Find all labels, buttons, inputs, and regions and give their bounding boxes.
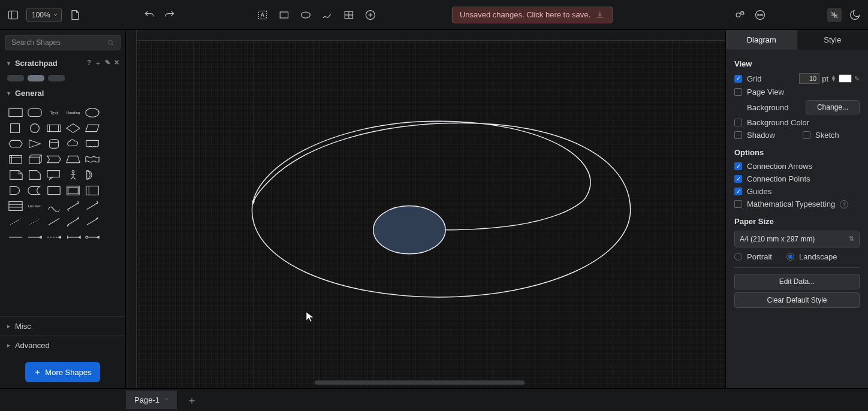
landscape-radio[interactable]: [786, 253, 794, 261]
bg-color-checkbox[interactable]: [734, 119, 742, 126]
shape-text[interactable]: Text: [46, 106, 62, 119]
shape-link1[interactable]: [26, 231, 43, 244]
scratchpad-close-icon[interactable]: ✕: [114, 59, 119, 68]
conn-arrows-checkbox[interactable]: [734, 162, 742, 170]
shape-blank2[interactable]: [103, 122, 120, 135]
scratchpad-header[interactable]: ▼ Scratchpad ? ＋ ✎ ✕: [0, 55, 125, 71]
shape-vertical-container[interactable]: [84, 184, 101, 197]
shape-data-storage[interactable]: [26, 184, 43, 197]
shape-square[interactable]: [7, 122, 24, 135]
scratchpad-item[interactable]: [48, 75, 65, 81]
add-tool-icon[interactable]: [363, 8, 378, 22]
shape-cylinder[interactable]: [46, 137, 62, 150]
shape-tape[interactable]: [84, 153, 101, 166]
shape-rounded-rect[interactable]: [26, 106, 43, 119]
shape-internal-storage[interactable]: [7, 153, 24, 166]
ellipse-shape[interactable]: [373, 206, 445, 254]
shape-step[interactable]: [46, 153, 62, 166]
save-banner[interactable]: Unsaved changes. Click here to save.: [452, 7, 613, 23]
shape-trapezoid[interactable]: [65, 153, 82, 166]
canvas[interactable]: [126, 30, 725, 388]
dark-mode-icon[interactable]: [848, 8, 862, 22]
shape-document[interactable]: [84, 137, 101, 150]
grid-checkbox[interactable]: [734, 75, 742, 83]
new-document-icon[interactable]: [68, 8, 82, 22]
shape-hexagon[interactable]: [7, 137, 24, 150]
shape-diamond[interactable]: [65, 122, 82, 135]
scratchpad-edit-icon[interactable]: ✎: [105, 59, 110, 68]
scratchpad-help-icon[interactable]: ?: [87, 59, 91, 68]
grid-color-edit-icon[interactable]: ✎: [854, 75, 860, 83]
zoom-select[interactable]: 100%: [26, 8, 62, 22]
shape-card[interactable]: [26, 168, 43, 182]
conn-points-checkbox[interactable]: [734, 175, 742, 183]
shape-simple-line[interactable]: [7, 231, 24, 244]
shape-dotted-line[interactable]: [26, 215, 43, 228]
shape-curve[interactable]: [46, 200, 62, 213]
sidebar-toggle-icon[interactable]: [6, 8, 20, 22]
shape-parallelogram[interactable]: [84, 122, 101, 135]
math-checkbox[interactable]: [734, 200, 742, 208]
redo-icon[interactable]: [162, 8, 177, 22]
change-background-button[interactable]: Change...: [806, 100, 860, 114]
freehand-tool-icon[interactable]: [320, 8, 334, 22]
shape-circle[interactable]: [26, 122, 43, 135]
shadow-checkbox[interactable]: [734, 131, 742, 139]
shape-blank9[interactable]: [103, 231, 120, 244]
shape-container2[interactable]: [65, 184, 82, 197]
grid-size-input[interactable]: [799, 73, 819, 84]
scratchpad-add-icon[interactable]: ＋: [95, 59, 101, 68]
shape-callout[interactable]: [46, 168, 62, 182]
misc-section[interactable]: ▼Misc: [0, 316, 125, 336]
guides-checkbox[interactable]: [734, 188, 742, 195]
shape-link2[interactable]: [46, 231, 62, 244]
shape-blank[interactable]: [103, 106, 120, 119]
sketch-checkbox[interactable]: [803, 131, 810, 139]
shape-blank7[interactable]: [103, 200, 120, 213]
general-header[interactable]: ▼ General: [0, 85, 125, 101]
shape-line[interactable]: [46, 215, 62, 228]
shape-cloud[interactable]: [65, 137, 82, 150]
shape-heading[interactable]: Heading: [65, 106, 82, 119]
add-page-button[interactable]: ＋: [178, 393, 206, 407]
edit-data-button[interactable]: Edit Data...: [734, 274, 860, 289]
shape-dashed-line[interactable]: [7, 215, 24, 228]
search-input[interactable]: Search Shapes: [5, 35, 120, 50]
advanced-section[interactable]: ▼Advanced: [0, 336, 125, 355]
shape-bidir-connector[interactable]: [65, 215, 82, 228]
scratchpad-item[interactable]: [28, 75, 44, 81]
shape-container[interactable]: [46, 184, 62, 197]
grid-color-swatch[interactable]: [839, 74, 852, 83]
shape-rectangle[interactable]: [7, 106, 24, 119]
shape-link3[interactable]: [65, 231, 82, 244]
more-shapes-button[interactable]: ＋More Shapes: [25, 362, 100, 382]
page-tab[interactable]: Page-1 ⌃: [126, 391, 178, 409]
clear-style-button[interactable]: Clear Default Style: [734, 292, 860, 308]
shape-list-item[interactable]: List Item: [26, 200, 43, 213]
shape-and[interactable]: [7, 184, 24, 197]
shape-directional-connector[interactable]: [84, 215, 101, 228]
table-tool-icon[interactable]: [342, 8, 356, 22]
portrait-radio[interactable]: [734, 253, 742, 261]
shape-blank5[interactable]: [103, 168, 120, 182]
shape-bidirectional-arrow[interactable]: [65, 200, 82, 213]
shape-arrow[interactable]: [84, 200, 101, 213]
more-menu-icon[interactable]: [753, 8, 767, 22]
shape-blank4[interactable]: [103, 153, 120, 166]
shape-ellipse[interactable]: [84, 106, 101, 119]
chevron-up-icon[interactable]: ⌃: [164, 397, 169, 403]
paper-size-select[interactable]: A4 (210 mm x 297 mm): [734, 231, 860, 247]
grid-mode-icon[interactable]: [827, 8, 842, 22]
page-view-checkbox[interactable]: [734, 88, 742, 96]
ellipse-tool-icon[interactable]: [299, 8, 313, 22]
spiral-path[interactable]: [252, 121, 630, 297]
shape-cube[interactable]: [26, 153, 43, 166]
shape-process[interactable]: [46, 122, 62, 135]
shape-blank6[interactable]: [103, 184, 120, 197]
shape-note[interactable]: [7, 168, 24, 182]
rectangle-tool-icon[interactable]: [277, 8, 291, 22]
scratchpad-item[interactable]: [7, 75, 24, 81]
horizontal-scrollbar[interactable]: [315, 380, 525, 385]
tab-diagram[interactable]: Diagram: [726, 30, 797, 50]
shape-actor[interactable]: [65, 168, 82, 182]
